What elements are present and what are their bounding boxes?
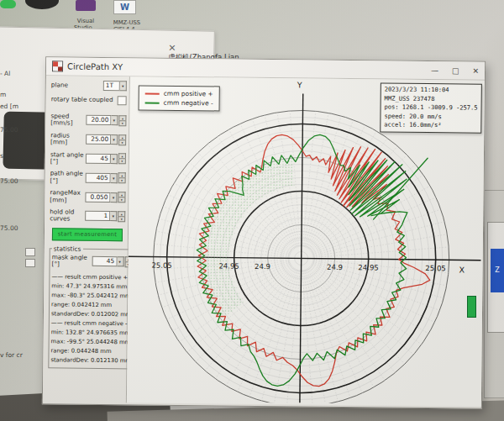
field-row-start-angle: start angle [°]45▾▴▾ [50, 151, 126, 166]
field-row-hold-old-curves: hold old curves1▾▴▾ [50, 208, 125, 224]
ring-label-left-24.9: 24.9 [255, 262, 270, 271]
field-row-mask-angle: mask angle [°]45▾▴▾ [52, 254, 133, 269]
field-row-path-angle: path angle [°]405▾▴▾ [50, 171, 126, 186]
x-axis-label: X [459, 265, 465, 274]
radius-dropdown-icon[interactable]: ▾ [111, 134, 118, 145]
desktop-green-icon[interactable] [0, 0, 16, 8]
mask-angle-dropdown-icon[interactable]: ▾ [117, 256, 123, 266]
statistics-title: statistics [52, 245, 83, 252]
path-angle-label: path angle [°] [50, 171, 86, 185]
statistics-group: statistics mask angle [°]45▾▴▾ —— result… [48, 245, 134, 370]
field-row-speed: speed [mm/s]20.00▾▴▾ [50, 113, 126, 128]
radius-value[interactable]: 25.00 [86, 134, 111, 145]
ring-label-right-24.95: 24.95 [358, 263, 378, 271]
speed-dropdown-icon[interactable]: ▾ [111, 115, 118, 125]
stats-line-9: standardDev: 0.012130 mm [50, 356, 131, 366]
speed-spinner: ▴▾ [118, 115, 126, 126]
background-text-fragment: 75.00 [0, 224, 18, 232]
close-button-icon[interactable]: ✕ [472, 66, 479, 75]
field-row-range-max: rangeMax [mm]0.050▾▴▾ [50, 189, 125, 204]
ring-label-left-24.95: 24.95 [218, 261, 239, 270]
legend-item: cmm negative - [145, 98, 213, 108]
background-text-fragment: 75.00 [0, 126, 18, 134]
info-line-4: accel: 16.0mm/s² [384, 120, 477, 130]
circlepath-window: CirclePath XY — □ ✕ plane1T▾rotary table… [42, 56, 486, 408]
field-row-plane: plane1T▾ [51, 80, 127, 91]
background-text-fragment: ed [m [0, 103, 18, 110]
range-max-label: rangeMax [mm] [50, 189, 85, 203]
mask-angle-control: 45▾▴▾ [92, 255, 132, 267]
start-angle-dropdown-icon[interactable]: ▾ [111, 154, 118, 164]
speed-label: speed [mm/s] [50, 113, 86, 127]
hold-old-curves-control: 1▾▴▾ [85, 211, 125, 223]
start-angle-spinner: ▴▾ [118, 154, 126, 165]
desktop-dark-circle-icon[interactable] [25, 0, 59, 9]
hold-old-curves-dropdown-icon[interactable]: ▾ [110, 211, 117, 221]
info-line-0: 2023/3/23 11:10:04 [385, 85, 478, 95]
background-text-fragment: 75.00 [0, 177, 18, 185]
speed-control: 20.00▾▴▾ [86, 115, 126, 127]
path-angle-dropdown-icon[interactable]: ▾ [111, 173, 118, 183]
plane-dropdown-icon[interactable]: ▾ [120, 81, 127, 91]
word-document-icon[interactable]: W [113, 0, 136, 14]
background-checkbox[interactable] [25, 259, 35, 267]
field-row-rotary-table-coupled: rotary table coupled [51, 95, 127, 105]
legend-item: cmm positive + [145, 89, 213, 99]
path-angle-spin-down-icon[interactable]: ▾ [118, 177, 126, 183]
range-max-dropdown-icon[interactable]: ▾ [110, 192, 117, 203]
start-angle-label: start angle [°] [50, 151, 86, 166]
background-blue-tile[interactable]: Z [491, 249, 504, 292]
rotary-table-coupled-label: rotary table coupled [51, 97, 118, 104]
y-axis-label: Y [297, 80, 302, 89]
path-angle-value[interactable]: 405 [86, 173, 111, 183]
range-max-spinner: ▴▾ [118, 192, 125, 203]
speed-value[interactable]: 20.00 [86, 115, 111, 125]
field-row-radius: radius [mm]25.00▾▴▾ [50, 132, 126, 147]
ring-label-left-25.05: 25.05 [151, 261, 171, 270]
range-max-control: 0.050▾▴▾ [85, 192, 125, 203]
control-panel: plane1T▾rotary table coupledspeed [mm/s]… [43, 76, 130, 403]
start-angle-spin-down-icon[interactable]: ▾ [118, 159, 126, 165]
legend-line-swatch [145, 92, 160, 94]
visual-studio-icon[interactable] [76, 0, 96, 11]
legend-label: cmm negative - [164, 98, 213, 108]
background-text-fragment: m [0, 91, 6, 98]
shaded-deviation-region [200, 157, 295, 320]
plane-label: plane [51, 82, 103, 89]
background-text-fragment: v for cr [0, 351, 23, 359]
path-angle-spinner: ▴▾ [118, 172, 126, 183]
window-title: CirclePath XY [67, 62, 123, 72]
rotary-table-coupled-checkbox[interactable] [118, 96, 127, 105]
radius-spinner: ▴▾ [118, 134, 126, 145]
minimize-button-icon[interactable]: — [431, 66, 438, 75]
radius-control: 25.00▾▴▾ [86, 134, 126, 145]
ring-label-right-24.9: 24.9 [327, 263, 343, 271]
range-max-value[interactable]: 0.050 [85, 192, 110, 202]
speed-spin-down-icon[interactable]: ▾ [118, 120, 126, 126]
app-icon [52, 61, 63, 71]
background-checkbox[interactable] [25, 248, 35, 256]
polar-plot-area: 24.924.924.9524.9525.0525.05 Y X cmm pos… [127, 76, 485, 406]
start-measurement-button[interactable]: start measurement [52, 228, 123, 241]
radius-label: radius [mm] [50, 132, 86, 146]
start-angle-value[interactable]: 45 [86, 154, 111, 164]
maximize-button-icon[interactable]: □ [452, 66, 459, 75]
start-angle-control: 45▾▴▾ [86, 153, 126, 165]
plane-value[interactable]: 1T [103, 81, 120, 91]
legend-label: cmm positive + [164, 89, 213, 99]
hold-old-curves-spinner: ▴▾ [118, 211, 125, 222]
photo-scene: W Visual Studio... MMZ-USS CIEL4.4... ✕ … [0, 0, 504, 421]
radius-spin-down-icon[interactable]: ▾ [118, 139, 126, 145]
hold-old-curves-spin-down-icon[interactable]: ▾ [118, 216, 125, 222]
ring-label-right-25.05: 25.05 [425, 264, 445, 272]
background-text-fragment: s [0, 152, 3, 160]
mask-angle-value[interactable]: 45 [92, 256, 117, 266]
range-max-spin-down-icon[interactable]: ▾ [118, 197, 125, 203]
path-angle-control: 405▾▴▾ [86, 172, 126, 184]
info-line-2: pos: 1268.1 -3009.9 -257.5 [384, 103, 477, 113]
hold-old-curves-value[interactable]: 1 [85, 211, 110, 221]
plane-control: 1T▾ [103, 81, 127, 91]
background-window-close-icon[interactable]: ✕ [168, 43, 176, 54]
hold-old-curves-label: hold old curves [50, 208, 85, 223]
green-indicator [467, 296, 476, 318]
